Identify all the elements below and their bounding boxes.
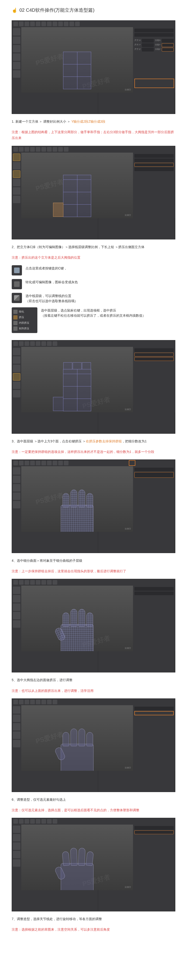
step-3-note: 注意：一定要把保持群组的选项去掉，这样挤压出来的才不是连一起的，细分数为1，就多… [12,449,175,455]
edge-mode-icon [12,293,22,303]
extrude-menu: 细化 挤压 内部挤压 矩阵挤压 [12,307,37,333]
step-7: 7、调整造型，选择关节线处，进行旋转移动，等各方面的调整 [12,916,175,922]
c4d-screenshot-2: PS爱好者 比例方 [12,146,175,239]
c4d-screenshot-6: PS爱好者 比例方 [12,698,175,792]
cube-model [63,52,91,89]
step-5-note: 注意：也可以从上面的面挤压出来，进行调整，活学活用 [12,688,175,694]
step-4: 4、选中细分曲面＞将对象至于细分曲线的子层级 [12,558,175,563]
highlight-box [135,79,174,88]
pointer-icon: ☝ [12,8,17,13]
c4d-screenshot-7: PS爱好者 比例方 [12,818,175,912]
step-4-note: 注意：上一步保持群组去掉后，这里就会出现指头的形状，最后进行调整就行了 [12,568,175,574]
c4d-screenshot-4: PS爱好者 比例方 [12,460,175,553]
make-editable-icon [12,265,22,275]
step-1-note: 注意：根据上图的结构看，上下这里分两部分，做手掌和手指；左右分3部分做手指，大拇… [12,129,175,141]
step-2-note: 注意：挤压出的这个立方体是之后大拇指的位置 [12,255,175,261]
editable-grey-icon [12,279,22,289]
c4d-screenshot-3: PS爱好者 比例方 [12,340,175,434]
watermark: PS爱好者 [35,52,64,68]
c4d-screenshot-5: PS爱好者 比例方 [12,579,175,673]
ratio-label: 比例方 [125,88,131,91]
c4d-screenshot-1: PS爱好者 PS爱好者 比例方 尺寸.X 分段X 尺寸.Y 分段Y 尺寸.Z 分… [12,21,175,114]
step-6-note: 注意：仅可选元素去掉，选择点面，是可以框选后面看不见的点的，方便整体塑形和调整 [12,807,175,813]
c4d-bottom-panel [21,93,175,114]
step-3: 3、选中面层级 ＞选中上方3个面，点击右键挤压 ＞在挤压参数去掉保持群组，把细分… [12,438,175,444]
step-7-note: 注意：选择根据之前的草图来，注意空间关系，可以多注意前后角度 [12,927,175,932]
icon-explanations: 点击这里或者按键盘的C键， 转化成可编辑图像，图标会变成灰色 选中线层级，可以调… [12,265,175,333]
highlight-box [129,460,135,466]
c4d-toolbar [12,21,175,27]
step-2: 2、把立方体C掉（转为可编辑图像）＞选择线层级调整比例，下长上短 ＞挤压出侧面立… [12,244,175,250]
step-6: 6、调整造型，仅可选元素最好勾选上 [12,797,175,803]
hand-model [54,484,100,535]
section-title-text: 02 C4D软件操作(万能立方体造型篇) [19,7,94,13]
step-5: 5、选中大拇指左边的面做挤压，进行调整 [12,677,175,683]
section-title: ☝ 02 C4D软件操作(万能立方体造型篇) [12,7,175,13]
step-1: 1. 新建一个立方体 ＞ 调整好比例大小 ＞ Y轴分成2段Z轴分成3段 [12,119,175,124]
c4d-left-tools [12,27,21,114]
